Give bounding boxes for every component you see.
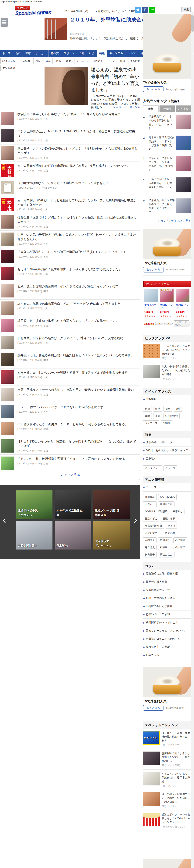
news-list-link[interactable]: ▶ニュース一覧を見る [0,105,140,109]
carousel-tile[interactable]: 乃木坂46 [55,521,91,550]
list-item[interactable]: 元モー娘。田中れいなスーパー戦隊と初共演 新旧アイドルで劇中歌も異例披露 [ 2… [0,369,140,386]
product-name[interactable]: ※ゆうパケット [144,303,158,310]
about-link-button[interactable]: このリンクについて [174,320,190,327]
line-icon[interactable]: LINE [149,7,155,13]
tag-button[interactable]: 上坂すみれ [161,530,177,536]
subnav-item[interactable]: 破局 [44,58,53,64]
load-more-button[interactable]: ▼もっと見る [1,470,140,480]
tag-button[interactable]: GARNiDELiA [158,494,176,500]
tag-button[interactable]: 三森すずこ [143,516,159,522]
tag-button[interactable]: 結婚 [143,406,152,412]
article-title[interactable]: 中国で大人気の千葉雄大「Weibo」公式アカウント開設 昨年イベント大盛況…「ま… [18,232,139,241]
anime-news-link[interactable]: ▶ニュース [143,484,191,492]
scrollbar-thumb[interactable] [191,15,194,32]
list-item[interactable]: 指原 平成ラストデーも超大忙し 令和初日まで時代をまたいで16時間生番組に挑む … [0,386,140,403]
tag-button[interactable]: 破局 [164,406,172,412]
ad-image[interactable] [143,229,191,259]
facebook-icon[interactable]: f [142,7,148,13]
ad-image[interactable] [143,859,191,868]
scroll-up-icon[interactable]: ▲ [191,11,194,15]
article-title[interactable]: 西武・源田と交際の衛藤美彩 インスタで紹介の実弟に「イケメン」の声 [18,284,118,288]
article-title[interactable]: 嵐・松本潤、SMAPは「ずっと勉強させていただいたグループ」紅白初出場時は中居が… [18,198,139,207]
ad-image[interactable] [143,667,191,697]
tag-button[interactable]: 熱愛 [153,406,162,412]
column-link[interactable]: ▶記者コラム [143,651,191,659]
list-item[interactable]: セカオワNakajinが第1子誕生を報告「ようやく会えた歓びに心震えました」 [… [0,265,140,282]
tag-button[interactable]: 内田真礼 [158,537,172,543]
ad-headline[interactable]: TVで爆発的人気！ [143,699,191,704]
tag-button[interactable]: 矢島晶子 [143,552,157,557]
product-card[interactable]: ※ゆうパケット 1,392円 ★★★★★ [143,287,159,319]
nav-item-sports[interactable]: スポーツ [61,50,77,57]
tag-button[interactable]: 亜咲花 [166,523,177,529]
article-title[interactable]: 佐藤仁美「正論ですけど何か？」 舌打ちをヤメた結果「世直し」に励む正義の味方に大… [18,215,139,224]
nav-item-new[interactable]: 新着 [13,50,23,57]
list-item[interactable]: 「あいのり」桃、破局報道を客観視「イタイ、って言われてしまうのもわかる」 [ 2… [0,455,140,472]
ranking-item-title[interactable]: 鈴木奈々始球式で試合開始遅れ…スポンサーが謝罪「準備・説明… [149,135,174,152]
special-title[interactable]: 【ＮＨＫマイルＣ】大魔神の最終結論を無料公開！PR(うまスクエア) [162,731,191,747]
nav-item-fight[interactable]: 格闘技 [49,50,61,57]
list-item[interactable]: スポニチ 嵐 大野智 嵐・大野智が明かした紅白初出場時の裏話「本番まで1回も成功… [0,162,140,179]
tag-button[interactable]: 篠田みなみ [158,501,174,507]
column-link[interactable]: ▶牧元一の孤人焦点 [143,578,191,586]
ad-more-button[interactable]: もっとみる [143,705,164,711]
scrollbar[interactable]: ▲ [191,11,194,868]
article-title[interactable]: 釈由美子 大ファンDeNAの連敗ストップに涙 「勝利の王子」ともに観戦の2歳長男… [18,146,139,155]
nav-item-society[interactable]: 社会 [87,50,97,57]
tokushu-link[interactable]: ▶ききみみ 音楽ハンター [143,438,191,446]
product-card[interactable]: 母の日 プレゼ 3,980円 ★★★★★ [175,287,191,319]
tag-button[interactable]: ジャニーズ [143,421,159,426]
article-title[interactable]: 杉村太蔵、指原莉乃の魅力は「クラスにいる3番目にかわいいコ」真意を説明 [18,336,123,340]
carousel-tile[interactable]: 坂道グループ第2弾欅坂４６ [93,490,130,519]
column-link[interactable]: ▶川田一美津の何を今さら [143,594,191,602]
list-item[interactable]: チュート徳井「パンパンになって持てない」貯金方法を明かす [ 2019年4月29… [0,403,140,420]
pr-item[interactable]: 仰天！中澤裕子が暴露したダイエット法を試したら2週間…PR(ビアンネ) [143,363,191,383]
ad-more-button[interactable]: もっとみる [143,267,164,273]
subnav-item[interactable]: 結婚 [54,58,63,64]
ranking-item[interactable]: 1 指原莉乃卒コン まゆゆら旧友駆け付け盛り上げた！「さっしー… [143,112,191,133]
article-title[interactable]: 堀ちえみ、温泉での出来事告白「初めて“辛かった”と声に出して言えました」 [18,302,124,306]
product-card[interactable]: 母の日ギフト 母の日 プレゼ 2,798円 ★★★★★ [159,287,175,319]
tab-latest[interactable]: 最新 [143,105,159,112]
ranking-item-title[interactable]: 指原莉乃、卒コンで感謝のスピーチ「秋元先生。見つけてくれて… [149,198,174,214]
ranking-item-title[interactable]: 松ちゃん 指原からのオファーを予測 関係者「“何か”してやろ… [149,156,174,172]
tag-button[interactable]: 安彦良和総監督 [143,523,164,529]
list-item[interactable]: 杉村太蔵、指原莉乃の魅力は「クラスにいる3番目にかわいいコ」真意を説明 [ 20… [0,334,140,351]
nav-item-top[interactable]: トップ [0,50,13,57]
ranking-item[interactable]: 4 千鳥ノブが「タレントの自覚ない」と苦言呈した芸人 「ノー… [143,175,191,196]
special-title[interactable]: すっごく、いい、もう、手放せない！愛用者の声続々…PR(ビアンネ) [162,772,191,787]
pr-title[interactable]: 「しみが無くなるとかのレベルじゃない」シミ治療の域を超PR(シミウス) [162,344,191,360]
article-title[interactable]: 指原 平成ラストデーも超大忙し 令和初日まで時代をまたいで16時間生番組に挑む [18,388,134,392]
tag-button[interactable]: 寺島惇太 [143,545,157,550]
tag-button[interactable]: 水樹奈々 [143,537,157,543]
tag-button[interactable]: 三瓶由布子 [161,516,177,522]
ad-image[interactable] [143,14,191,79]
article-title[interactable]: 元モー娘。田中れいなスーパー戦隊と初共演 新旧アイドルで劇中歌も異例披露 [18,370,128,375]
search-input[interactable] [157,7,182,12]
menu-hamburger-icon[interactable] [1,18,8,27]
special-title[interactable]: 話題のポップコーンをお取り寄せ！＜Yahoo!ショッピング＞PR(Yahoo!シ… [162,813,191,829]
tag-button[interactable]: 福原遥 [158,545,169,550]
tag-button[interactable]: 温泉むすめ [143,530,159,536]
tag-button[interactable]: ニュース [164,465,177,471]
subnav-item[interactable]: マンガ道場 [0,65,17,71]
nav-item-car[interactable]: クルマ [126,50,138,57]
list-item[interactable]: 佐藤仁美「正論ですけど何か？」 舌打ちをヤメた結果「世直し」に励む正義の味方に大… [0,213,140,230]
carousel-tile[interactable]: 連続テレビ小説「なつぞら」 [16,490,53,519]
pr-title[interactable]: 仰天！中澤裕子が暴露したダイエット法を試したら2週間…PR(ビアンネ) [162,365,191,380]
tag-button[interactable]: 騒動 [143,413,152,419]
special-item[interactable]: すっごく、いい、もう、手放せない！愛用者の声続々…PR(ビアンネ) [143,770,191,790]
list-item[interactable]: 【明日4月30日のなつぞら】第26話 なつを探す青年が柴田家へ！なつの兄は「生き… [0,437,140,455]
list-item[interactable]: コシノ三姉妹の三女「MICHIKO LONDON」ミチコが仰天秘話告白 英国選ん… [0,127,140,145]
tag-button[interactable]: 紅白歌合戦 [164,413,179,419]
article-title[interactable]: 母(60代)の頑固なシミでさえも！医薬部外品のジェルが凄すぎる！ [18,181,109,185]
tag-button[interactable]: 災難 [153,413,162,419]
article-title[interactable]: 藤井聡太七段、和服姿を初公開 羽生九段らとイベント「豪華メンバーなので緊張」 [18,353,134,358]
list-item-sponsored[interactable]: SimiTRY 母(60代)の頑固なシミでさえも！医薬部外品のジェルが凄すぎる！… [0,179,140,196]
list-item[interactable]: 藤井聡太七段、和服姿を初公開 羽生九段らとイベント「豪華メンバーなので緊張」 [… [0,351,140,369]
column-link[interactable]: ▶前田阿希子のドバイいこ！ [143,619,191,627]
product-name[interactable]: 母の日 プレゼ [176,303,190,310]
subnav-item[interactable]: ドラマ [105,58,117,64]
subscribe-link[interactable]: ▶新聞購読とバックナンバーの申込み [96,10,138,13]
top-ad-image[interactable] [45,18,67,40]
